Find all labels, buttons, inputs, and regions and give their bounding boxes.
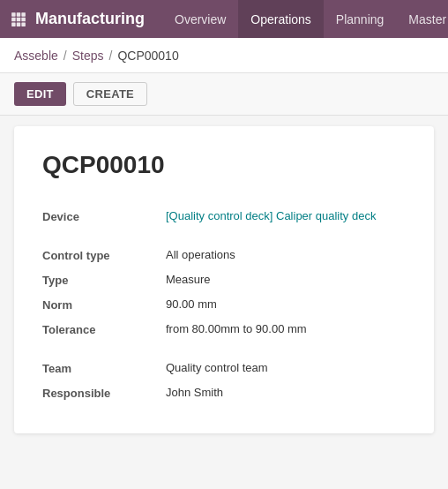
svg-rect-0 <box>11 12 16 17</box>
svg-rect-4 <box>17 17 21 21</box>
svg-rect-6 <box>11 22 16 26</box>
breadcrumb-sep-2: / <box>109 49 113 63</box>
nav-item-planning[interactable]: Planning <box>324 0 397 38</box>
field-row-tolerance: Tolerance from 80.00mm to 90.00 mm <box>42 317 406 342</box>
svg-rect-7 <box>17 22 21 26</box>
field-row-type: Type Measure <box>42 267 406 292</box>
field-value-norm: 90.00 mm <box>166 297 406 311</box>
divider-2 <box>42 342 406 356</box>
field-value-type: Measure <box>166 273 406 286</box>
nav-items: Overview Operations Planning Master <box>162 0 448 38</box>
field-label-responsible: Responsible <box>42 386 166 400</box>
breadcrumb-current: QCP00010 <box>117 49 178 63</box>
nav-item-master[interactable]: Master <box>396 0 448 38</box>
nav-item-overview[interactable]: Overview <box>162 0 238 38</box>
field-value-tolerance: from 80.00mm to 90.00 mm <box>166 322 406 335</box>
record-card: QCP00010 Device [Quality control deck] C… <box>14 126 434 433</box>
field-value-responsible: John Smith <box>166 386 406 399</box>
action-bar: EDIT CREATE <box>0 73 448 116</box>
create-button[interactable]: CREATE <box>73 82 147 106</box>
field-value-device[interactable]: [Quality control deck] Caliper quality d… <box>166 209 406 222</box>
field-label-control-type: Control type <box>42 248 166 262</box>
field-row-team: Team Quality control team <box>42 356 406 380</box>
edit-button[interactable]: EDIT <box>14 82 66 106</box>
field-label-team: Team <box>42 361 166 375</box>
breadcrumb: Asseble / Steps / QCP00010 <box>0 38 448 73</box>
field-label-norm: Norm <box>42 297 166 312</box>
divider-1 <box>42 229 406 243</box>
field-label-device: Device <box>42 209 166 223</box>
svg-rect-3 <box>11 17 16 21</box>
field-row-control-type: Control type All operations <box>42 243 406 267</box>
svg-rect-2 <box>21 12 26 17</box>
field-value-team: Quality control team <box>166 361 406 374</box>
svg-rect-5 <box>21 17 26 21</box>
grid-icon[interactable] <box>11 11 26 27</box>
svg-rect-8 <box>21 22 26 26</box>
content-area: QCP00010 Device [Quality control deck] C… <box>0 116 448 489</box>
field-label-type: Type <box>42 273 166 287</box>
nav-item-operations[interactable]: Operations <box>238 0 323 38</box>
field-row-norm: Norm 90.00 mm <box>42 292 406 317</box>
field-label-tolerance: Tolerance <box>42 322 166 336</box>
fields-section: Device [Quality control deck] Caliper qu… <box>42 204 406 405</box>
breadcrumb-steps[interactable]: Steps <box>72 49 104 63</box>
top-navigation: Manufacturing Overview Operations Planni… <box>0 0 448 38</box>
app-title: Manufacturing <box>35 10 145 28</box>
breadcrumb-sep-1: / <box>63 49 67 63</box>
field-row-device: Device [Quality control deck] Caliper qu… <box>42 204 406 229</box>
breadcrumb-asseble[interactable]: Asseble <box>14 49 58 63</box>
field-row-responsible: Responsible John Smith <box>42 380 406 405</box>
record-title: QCP00010 <box>42 151 406 179</box>
svg-rect-1 <box>17 12 21 17</box>
field-value-control-type: All operations <box>166 248 406 261</box>
